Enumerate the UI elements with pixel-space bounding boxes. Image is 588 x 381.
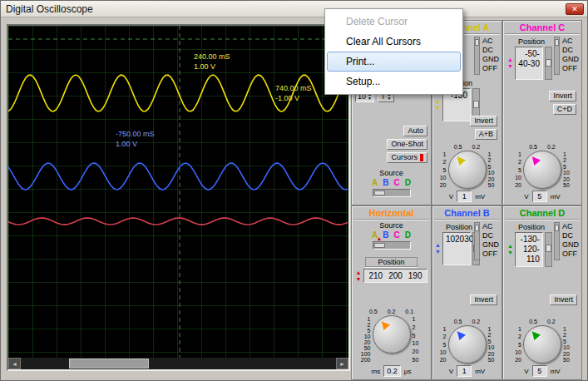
source-channel-letter[interactable]: D	[405, 178, 411, 187]
volts-per-div-knob[interactable]	[523, 325, 561, 364]
invert-button[interactable]: Invert	[470, 294, 497, 305]
timebase-knob[interactable]	[373, 315, 411, 354]
coupling-option[interactable]: AC	[482, 222, 499, 231]
window-title: Digital Oscilloscope	[6, 3, 93, 15]
scroll-right-button[interactable]: ►	[336, 358, 348, 369]
knob-pointer	[453, 329, 465, 340]
scope-scrollbar[interactable]: ◄ ►	[8, 358, 348, 369]
invert-button[interactable]: Invert	[549, 91, 576, 101]
coupling-option[interactable]: DC	[562, 46, 579, 55]
trigger-source-label: Source	[352, 169, 431, 177]
up-arrow-icon: ▲	[507, 57, 513, 63]
slider-thumb[interactable]	[546, 245, 551, 252]
knob-scale-label: 2	[511, 334, 521, 339]
knob-scale-label: 20	[563, 176, 574, 182]
slider-thumb[interactable]	[555, 39, 559, 46]
slider-thumb[interactable]	[546, 59, 551, 67]
knob-scale-label: 10	[360, 334, 371, 339]
menu-item[interactable]: Clear All Cursors	[327, 32, 461, 52]
knob-scale-label: 20	[488, 176, 499, 182]
knob-scale-label: 20	[413, 349, 423, 354]
coupling-option[interactable]: GND	[482, 240, 499, 250]
trigger-source-slider[interactable]	[373, 189, 411, 197]
knob-scale-label: 10	[488, 344, 499, 350]
slider-thumb[interactable]	[374, 243, 385, 248]
volts-per-div-knob[interactable]	[448, 151, 487, 189]
coupling-option[interactable]: DC	[482, 231, 499, 240]
volts-per-div-knob-block: 0.50.2 1251020 125102050 V 5 mV	[511, 319, 574, 377]
slider-thumb[interactable]	[374, 190, 385, 195]
unit-right-label: mV	[551, 368, 561, 375]
position-arrows[interactable]: ▲▼	[435, 232, 441, 265]
coupling-option[interactable]: OFF	[562, 250, 579, 259]
position-slider[interactable]	[545, 232, 552, 267]
position-arrows[interactable]: ▲▼	[356, 270, 362, 283]
knob-scale-label: 50	[563, 182, 574, 188]
auto-button[interactable]: Auto	[403, 126, 427, 136]
coupling-option[interactable]: GND	[562, 55, 579, 64]
slider-thumb[interactable]	[473, 101, 479, 108]
channel-b-section: Channel B Position ▲▼ 102030 ACDCGNDOFF …	[432, 205, 502, 380]
scroll-left-button[interactable]: ◄	[8, 358, 21, 369]
knob-scale-label: 10	[563, 170, 574, 176]
channel-c-header: Channel C	[505, 22, 580, 34]
coupling-slider[interactable]	[474, 37, 480, 75]
titlebar[interactable]: Digital Oscilloscope ✕	[1, 1, 587, 17]
menu-item[interactable]: Delete Cursor	[327, 12, 461, 32]
invert-button[interactable]: Invert	[550, 294, 577, 305]
scroll-track[interactable]	[21, 358, 336, 369]
knob-scale-label: 20	[511, 357, 521, 363]
coupling-option[interactable]: OFF	[482, 250, 499, 259]
volts-per-div-knob[interactable]	[448, 325, 487, 364]
position-arrows[interactable]: ▲▼	[507, 232, 513, 267]
position-arrows[interactable]: ▲▼	[507, 47, 513, 80]
knob-scale-label: 1	[511, 151, 521, 157]
menu-item[interactable]: Setup...	[327, 72, 461, 92]
knob-scale-label: 1	[563, 151, 574, 157]
scope-scrollbar-thumb[interactable]	[69, 359, 149, 369]
sum-a-plus-b-button[interactable]: A+B	[475, 129, 497, 140]
coupling-option[interactable]: DC	[482, 46, 499, 55]
position-label: Position	[365, 257, 418, 267]
cursors-button[interactable]: Cursors	[387, 152, 427, 163]
coupling-option[interactable]: AC	[562, 37, 579, 46]
horizontal-header: Horizontal	[353, 207, 429, 220]
knob-scale-label: 1	[488, 151, 499, 157]
coupling-option[interactable]: AC	[482, 37, 499, 46]
position-slider[interactable]	[545, 47, 552, 80]
knob-scale-label: 0.5	[529, 319, 537, 324]
position-readout: 210200190	[363, 269, 427, 283]
source-channel-letter[interactable]: A	[372, 178, 378, 187]
horizontal-source-label: Source	[352, 221, 431, 230]
horizontal-source-slider[interactable]: ▲	[373, 241, 411, 250]
coupling-option[interactable]: AC	[562, 222, 579, 231]
invert-button[interactable]: Invert	[470, 116, 497, 126]
close-button[interactable]: ✕	[566, 3, 584, 15]
source-channel-letter[interactable]: B	[383, 178, 388, 187]
coupling-option[interactable]: DC	[562, 231, 579, 240]
slider-thumb[interactable]	[475, 225, 479, 231]
coupling-slider[interactable]	[554, 37, 560, 75]
sum-c-plus-d-button[interactable]: C+D	[553, 104, 576, 115]
slider-thumb[interactable]	[475, 39, 479, 46]
source-channel-letter[interactable]: C	[394, 178, 400, 187]
source-channel-letter[interactable]: B	[383, 230, 388, 240]
knob-scale-label: 20	[511, 182, 521, 188]
menu-item[interactable]: Print...	[327, 52, 461, 72]
coupling-option[interactable]: OFF	[562, 64, 579, 73]
down-arrow-icon: ▼	[387, 96, 391, 101]
coupling-slider[interactable]	[474, 222, 480, 260]
source-channel-letter[interactable]: C	[394, 230, 400, 240]
coupling-slider[interactable]	[554, 222, 560, 260]
knob-scale-label: 0.5	[454, 144, 462, 150]
source-channel-letter[interactable]: D	[405, 230, 411, 240]
one-shot-button[interactable]: One-Shot	[387, 139, 427, 150]
channel-c-section: Channel C Position ▲▼ -50-40-30 ACDCGNDO…	[502, 20, 582, 205]
volts-per-div-knob[interactable]	[523, 151, 561, 189]
coupling-option[interactable]: OFF	[482, 64, 499, 73]
knob-scale-label: 2	[563, 332, 574, 338]
coupling-option[interactable]: GND	[482, 55, 499, 64]
knob-scale-label: 1	[563, 326, 574, 332]
coupling-option[interactable]: GND	[562, 240, 579, 250]
slider-thumb[interactable]	[555, 225, 559, 231]
